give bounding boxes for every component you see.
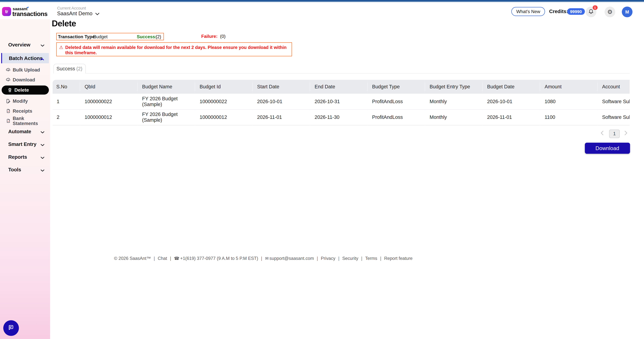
cell-budget-date: 2026-11-01: [482, 109, 540, 125]
footer-separator: |: [154, 256, 155, 261]
summary-box: Transaction Type: Budget Success: (2): [56, 33, 164, 40]
footer-separator: |: [380, 256, 381, 261]
sidebar-item-bulk-upload[interactable]: Bulk Upload: [0, 65, 50, 75]
sidebar-item-label: Overview: [8, 42, 30, 48]
cell-account: Software Subsc: [597, 94, 630, 109]
footer-link-terms[interactable]: Terms: [365, 256, 377, 261]
table-row: 1 1000000022 FY 2026 Budget (Sample) 100…: [52, 94, 630, 109]
column-header: Budget Entry Type: [425, 80, 482, 94]
phone-icon: ☎: [174, 256, 179, 261]
column-header: Budget Type: [367, 80, 425, 94]
failure-summary: Failure: (0): [201, 34, 226, 39]
cell-budget-id: 1000000012: [195, 109, 252, 125]
whats-new-button[interactable]: What's New: [511, 7, 545, 16]
copyright-text: © 2026 SaasAnt™: [114, 256, 151, 261]
column-header: End Date: [310, 80, 367, 94]
footer-separator: |: [317, 256, 318, 261]
sidebar: Overview Batch Actions Bulk Upload Downl…: [0, 19, 50, 339]
download-button-label: Download: [596, 145, 619, 151]
tab-bar-divider: [53, 73, 630, 74]
sidebar-item-label: Delete: [14, 87, 29, 93]
sidebar-item-batch-actions[interactable]: Batch Actions: [1, 53, 49, 63]
pagination-page-1[interactable]: 1: [609, 129, 620, 138]
cell-start-date: 2026-10-01: [252, 94, 310, 109]
cell-amount: 1100: [540, 109, 597, 125]
chevron-down-icon: [95, 10, 100, 17]
footer: © 2026 SaasAnt™ | Chat | ☎+1(619) 377-09…: [52, 255, 475, 261]
cell-budget-type: ProfitAndLoss: [367, 109, 425, 125]
sidebar-item-modify[interactable]: Modify: [0, 96, 50, 106]
account-switcher[interactable]: SaasAnt Demo: [57, 10, 100, 17]
footer-link-chat[interactable]: Chat: [158, 256, 167, 261]
pagination-prev-button[interactable]: [600, 131, 604, 135]
footer-separator: |: [361, 256, 362, 261]
footer-email[interactable]: support@saasant.com: [270, 256, 314, 261]
cell-start-date: 2026-11-01: [252, 109, 310, 125]
cell-budget-name: FY 2026 Budget (Sample): [137, 94, 195, 109]
warning-icon: ⚠: [59, 45, 63, 50]
tab-label: Success: [56, 66, 75, 72]
app-root: tr saasant transactions Current Account …: [0, 0, 644, 339]
brand-logo[interactable]: tr: [2, 7, 11, 16]
cell-sno: 1: [52, 94, 80, 109]
pagination-next-button[interactable]: [624, 131, 628, 135]
sidebar-item-label: Smart Entry: [8, 141, 36, 147]
settings-button[interactable]: ⚙: [604, 7, 615, 17]
bell-icon: [588, 8, 594, 16]
pdf-file-icon: [6, 109, 11, 113]
sidebar-item-delete-active[interactable]: Delete: [2, 85, 48, 95]
sidebar-item-tools[interactable]: Tools: [0, 165, 50, 175]
failure-label: Failure:: [201, 34, 218, 39]
column-header: QbId: [80, 80, 137, 94]
credits-label: Credits:: [549, 9, 568, 15]
footer-separator: |: [338, 256, 340, 261]
warning-text: Deleted data will remain available for d…: [65, 45, 292, 55]
document-edit-icon: [6, 99, 11, 104]
sidebar-item-automate[interactable]: Automate: [0, 127, 50, 137]
cell-budget-type: ProfitAndLoss: [367, 94, 425, 109]
sidebar-item-label: Reports: [8, 154, 27, 160]
sidebar-item-bank-statements[interactable]: Bank Statements: [0, 116, 50, 126]
sidebar-item-receipts[interactable]: Receipts: [0, 106, 50, 116]
failure-count: (0): [220, 34, 226, 39]
chevron-down-icon: [41, 166, 44, 173]
sidebar-item-smart-entry[interactable]: Smart Entry: [0, 139, 50, 149]
cell-budget-date: 2026-10-01: [482, 94, 540, 109]
transaction-type-label: Transaction Type:: [58, 34, 96, 39]
footer-phone[interactable]: +1(619) 377-0977 (9 A.M to 5 P.M EST): [180, 256, 258, 261]
email-icon: ✉: [265, 256, 269, 261]
sidebar-item-label: Download: [13, 77, 35, 82]
cell-budget-entry-type: Monthly: [425, 94, 482, 109]
cell-end-date: 2026-11-30: [310, 109, 367, 125]
credits-value: 99990: [570, 9, 582, 14]
sidebar-item-label: Tools: [8, 167, 21, 173]
tab-success[interactable]: Success (2): [53, 64, 86, 73]
trash-icon: [7, 88, 12, 92]
footer-link-security[interactable]: Security: [342, 256, 358, 261]
sidebar-item-label: Modify: [13, 99, 28, 104]
chat-button[interactable]: [3, 320, 19, 336]
avatar-initial: M: [625, 9, 629, 14]
chevron-down-icon: [41, 153, 44, 160]
download-button[interactable]: Download: [585, 142, 630, 154]
footer-link-privacy[interactable]: Privacy: [321, 256, 335, 261]
sidebar-item-label: Batch Actions: [9, 55, 43, 61]
sidebar-item-download[interactable]: Download: [0, 75, 50, 85]
column-header: S.No: [52, 80, 80, 94]
sidebar-item-overview[interactable]: Overview: [0, 40, 50, 50]
column-header: Budget Name: [137, 80, 195, 94]
notifications-button[interactable]: 1: [586, 7, 596, 17]
cloud-upload-icon: [6, 68, 11, 72]
user-avatar[interactable]: M: [622, 7, 632, 17]
cell-account: Software Subsc: [597, 109, 630, 125]
sidebar-item-reports[interactable]: Reports: [0, 152, 50, 162]
brand-logo-text: tr: [5, 9, 8, 14]
column-header: Start Date: [252, 80, 310, 94]
cell-amount: 1080: [540, 94, 597, 109]
footer-separator: |: [170, 256, 171, 261]
cell-budget-name: FY 2026 Budget (Sample): [137, 109, 195, 125]
cell-budget-id: 1000000022: [195, 94, 252, 109]
success-label: Success:: [137, 34, 156, 39]
footer-separator: |: [261, 256, 262, 261]
footer-link-report-feature[interactable]: Report feature: [384, 256, 412, 261]
